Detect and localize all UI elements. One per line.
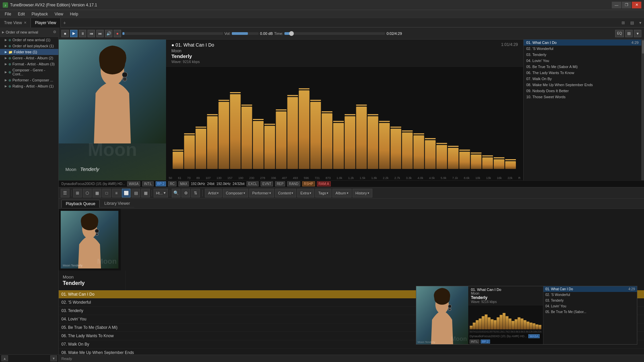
track-list-item[interactable]: 06. The Lady Wants To Know [524, 70, 641, 76]
history-filter[interactable]: History ▾ [353, 189, 372, 197]
tab-menu-icon[interactable]: ▾ [637, 20, 644, 25]
composer-filter[interactable]: Composer ▾ [223, 189, 248, 197]
filter-button[interactable]: ⚙ [181, 189, 190, 197]
tool-thumb-btn[interactable]: ⬜ [122, 189, 130, 197]
pause-button[interactable]: ⏸ [79, 30, 86, 37]
menu-file[interactable]: File [1, 11, 14, 17]
tab-playback-queue[interactable]: Playback Queue [61, 200, 100, 208]
sidebar-item-format-artist[interactable]: ▶ ⊕ Format - Artist - Album (3) [0, 61, 58, 67]
eq-button[interactable]: EQ [615, 30, 624, 37]
settings-button[interactable]: ▾ [634, 30, 641, 37]
extra-filter[interactable]: Extra ▾ [297, 189, 314, 197]
mini-track-list-item[interactable]: 02. 'S Wonderful [543, 292, 637, 298]
track-list-item[interactable]: 08. Wake Me Up When September Ends [524, 82, 641, 88]
vol-bar[interactable] [232, 32, 259, 35]
track-row[interactable]: 08. Wake Me Up When September Ends [59, 349, 644, 355]
menu-view[interactable]: View [51, 11, 67, 17]
tool-table-btn[interactable]: ▦ [93, 189, 101, 197]
content-filter[interactable]: Content ▾ [275, 189, 297, 197]
track-list-item[interactable]: 10. Those Sweet Words [524, 94, 641, 100]
mini-track-list-item[interactable]: 05. Be True To Me (Sabor... [543, 309, 637, 315]
track-list-item[interactable]: 02. 'S Wonderful [524, 46, 641, 52]
svg-rect-9 [184, 135, 195, 169]
mini-track-list-item[interactable]: 01. What Can I Do4:29 [543, 286, 637, 292]
wasa-badge[interactable]: WASA [127, 181, 140, 186]
intl-badge[interactable]: INT:L [142, 181, 153, 186]
sidebar-item-genre-artist[interactable]: ▶ ⊕ Genre - Artist - Album (2) [0, 55, 58, 61]
sidebar-gear-icon[interactable]: ⚙ [53, 30, 56, 34]
next-button[interactable]: ⏭ [96, 30, 104, 37]
sidebar-scroll-down[interactable]: ▼ [50, 355, 57, 361]
tab-expand-icon[interactable]: ⊞ [619, 20, 628, 25]
time-bar[interactable] [284, 32, 385, 35]
mini-track-list-item[interactable]: 04. Lovin' You [543, 303, 637, 309]
tool-grid-btn[interactable]: ⊞ [73, 189, 82, 197]
sort-button[interactable]: ⇅ [191, 189, 200, 197]
svg-rect-12 [196, 127, 206, 128]
sidebar-item-icon: ⊕ [8, 84, 11, 88]
track-list-item[interactable]: 09. Nobody Does It Better [524, 88, 641, 94]
menu-edit[interactable]: Edit [14, 11, 28, 17]
now-playing-area: ● 01. What Can I Do 1:01/4:29 Moon Tende… [166, 40, 523, 180]
svg-rect-93 [518, 317, 520, 329]
tool-hex-btn[interactable]: ⬡ [83, 189, 92, 197]
album-filter[interactable]: Album ▾ [332, 189, 351, 197]
close-tree-tab[interactable]: ✕ [24, 21, 26, 24]
search-button[interactable]: 🔍 [172, 189, 180, 197]
track-list-item[interactable]: 07. Walk On By [524, 76, 641, 82]
sidebar-item-rating-artist[interactable]: ▶ ⊕ Rating - Artist - Album (1) [0, 83, 58, 89]
sidebar-item-folder-tree[interactable]: ▶ 📁 Folder tree (1) [0, 49, 58, 55]
sidebar-item-order-new[interactable]: ▶ ⊕ Order of new arrival (1) [0, 37, 58, 43]
sidebar-header[interactable]: ▶ Order of new arrival ⚙ [0, 27, 58, 37]
tab-add[interactable]: + [61, 20, 69, 25]
sidebar-item-composer-genre[interactable]: ▶ ⊕ Composer - Genre - Cont... [0, 67, 58, 77]
tab-layout-icon[interactable]: ▤ [628, 20, 637, 25]
rc-badge[interactable]: RC [168, 181, 176, 186]
track-list-item[interactable]: 05. Be True To Me (Sabor A Mi) [524, 64, 641, 70]
artist-filter[interactable]: Artist ▾ [205, 189, 222, 197]
layout-button[interactable]: ▤ [625, 30, 633, 37]
stop-button[interactable]: ■ [61, 30, 69, 37]
track-list-item[interactable]: 01. What Can I Do4:29 [524, 40, 641, 46]
excl-badge[interactable]: EXCL [247, 181, 259, 186]
sidebar: ▶ Order of new arrival ⚙ ▶ ⊕ Order of ne… [0, 27, 59, 362]
svg-rect-61 [482, 158, 493, 169]
max-badge[interactable]: MAX [178, 181, 189, 186]
rand-badge[interactable]: RAND [287, 181, 300, 186]
bp2-badge[interactable]: BP:2 [156, 181, 166, 186]
rec-button[interactable]: ● [114, 30, 121, 37]
performer-filter[interactable]: Performer ▾ [249, 189, 274, 197]
tool-rows-btn[interactable]: ▤ [131, 189, 140, 197]
mute-button[interactable]: 🔊 [105, 30, 112, 37]
tab-player-view[interactable]: Player View [31, 18, 60, 27]
rep-badge[interactable]: REP [275, 181, 285, 186]
restore-button[interactable]: ❐ [622, 2, 631, 8]
prev-button[interactable]: ⏮ [88, 30, 95, 37]
sidebar-scroll-up[interactable]: ▲ [1, 355, 8, 361]
sidebar-item-performer-composer[interactable]: ▶ ⊕ Performer - Composer ... [0, 77, 58, 83]
rshp-badge[interactable]: RSHP [302, 181, 315, 186]
tool-cols-btn[interactable]: ▦ [141, 189, 150, 197]
tool-height-dropdown[interactable]: Ht... ▾ [154, 189, 168, 197]
tab-library-viewer[interactable]: Library Viewer [100, 200, 134, 207]
play-button[interactable]: ▶ [70, 30, 77, 37]
menu-help[interactable]: Help [67, 11, 82, 17]
menu-playback[interactable]: Playback [28, 11, 51, 17]
tool-menu-btn[interactable]: ☰ [61, 189, 69, 197]
tool-list-btn[interactable]: □ [102, 189, 111, 197]
close-button[interactable]: ✕ [632, 2, 641, 8]
progress-bar[interactable] [122, 32, 223, 35]
tags-filter[interactable]: Tags ▾ [315, 189, 331, 197]
svg-rect-38 [345, 114, 356, 115]
tool-separator4 [202, 190, 203, 196]
rama-badge[interactable]: RAM:A [317, 181, 331, 186]
tab-tree-view[interactable]: Tree View ✕ [0, 18, 31, 27]
sidebar-item-order-last[interactable]: ▶ ⊕ Order of last playback (1) [0, 43, 58, 49]
track-list-item[interactable]: 04. Lovin' You [524, 58, 641, 64]
sidebar-arrow-icon: ▶ [2, 31, 4, 34]
minimize-button[interactable]: — [612, 2, 621, 8]
track-list-item[interactable]: 03. Tenderly [524, 52, 641, 58]
tool-detail-btn[interactable]: ≡ [112, 189, 121, 197]
evnt-badge[interactable]: EVNT [261, 181, 273, 186]
mini-track-list-item[interactable]: 03. Tenderly [543, 298, 637, 303]
